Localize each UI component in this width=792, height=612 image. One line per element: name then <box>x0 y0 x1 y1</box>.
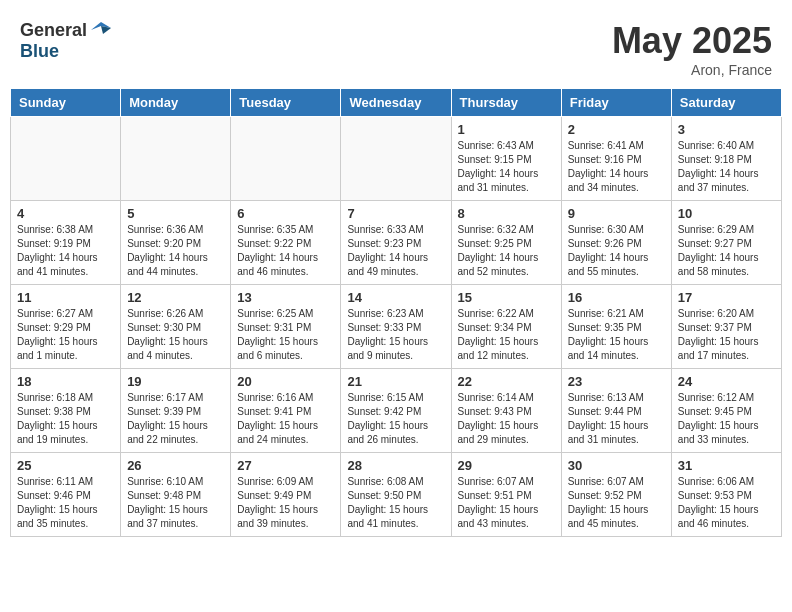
weekday-header-sunday: Sunday <box>11 89 121 117</box>
day-info: Sunrise: 6:38 AM Sunset: 9:19 PM Dayligh… <box>17 223 114 279</box>
calendar-cell: 8Sunrise: 6:32 AM Sunset: 9:25 PM Daylig… <box>451 201 561 285</box>
day-number: 11 <box>17 290 114 305</box>
day-number: 10 <box>678 206 775 221</box>
calendar-cell <box>121 117 231 201</box>
calendar-cell: 18Sunrise: 6:18 AM Sunset: 9:38 PM Dayli… <box>11 369 121 453</box>
calendar-cell: 17Sunrise: 6:20 AM Sunset: 9:37 PM Dayli… <box>671 285 781 369</box>
day-info: Sunrise: 6:25 AM Sunset: 9:31 PM Dayligh… <box>237 307 334 363</box>
weekday-header-friday: Friday <box>561 89 671 117</box>
day-number: 26 <box>127 458 224 473</box>
day-info: Sunrise: 6:13 AM Sunset: 9:44 PM Dayligh… <box>568 391 665 447</box>
day-number: 12 <box>127 290 224 305</box>
day-number: 20 <box>237 374 334 389</box>
calendar-cell: 31Sunrise: 6:06 AM Sunset: 9:53 PM Dayli… <box>671 453 781 537</box>
weekday-header-saturday: Saturday <box>671 89 781 117</box>
day-number: 19 <box>127 374 224 389</box>
weekday-header-thursday: Thursday <box>451 89 561 117</box>
logo-text: General Blue <box>20 20 111 62</box>
calendar-cell: 25Sunrise: 6:11 AM Sunset: 9:46 PM Dayli… <box>11 453 121 537</box>
day-number: 22 <box>458 374 555 389</box>
calendar-cell: 21Sunrise: 6:15 AM Sunset: 9:42 PM Dayli… <box>341 369 451 453</box>
day-info: Sunrise: 6:41 AM Sunset: 9:16 PM Dayligh… <box>568 139 665 195</box>
day-info: Sunrise: 6:22 AM Sunset: 9:34 PM Dayligh… <box>458 307 555 363</box>
day-info: Sunrise: 6:17 AM Sunset: 9:39 PM Dayligh… <box>127 391 224 447</box>
day-info: Sunrise: 6:27 AM Sunset: 9:29 PM Dayligh… <box>17 307 114 363</box>
day-number: 4 <box>17 206 114 221</box>
day-number: 1 <box>458 122 555 137</box>
day-number: 27 <box>237 458 334 473</box>
weekday-header-monday: Monday <box>121 89 231 117</box>
day-number: 24 <box>678 374 775 389</box>
calendar-cell: 16Sunrise: 6:21 AM Sunset: 9:35 PM Dayli… <box>561 285 671 369</box>
calendar-cell: 7Sunrise: 6:33 AM Sunset: 9:23 PM Daylig… <box>341 201 451 285</box>
day-info: Sunrise: 6:33 AM Sunset: 9:23 PM Dayligh… <box>347 223 444 279</box>
day-info: Sunrise: 6:36 AM Sunset: 9:20 PM Dayligh… <box>127 223 224 279</box>
day-number: 8 <box>458 206 555 221</box>
day-number: 25 <box>17 458 114 473</box>
calendar-cell: 26Sunrise: 6:10 AM Sunset: 9:48 PM Dayli… <box>121 453 231 537</box>
calendar-cell: 30Sunrise: 6:07 AM Sunset: 9:52 PM Dayli… <box>561 453 671 537</box>
day-info: Sunrise: 6:11 AM Sunset: 9:46 PM Dayligh… <box>17 475 114 531</box>
logo-general-text: General <box>20 20 87 41</box>
calendar-week-row-1: 1Sunrise: 6:43 AM Sunset: 9:15 PM Daylig… <box>11 117 782 201</box>
day-number: 31 <box>678 458 775 473</box>
logo: General Blue <box>20 20 111 62</box>
day-number: 29 <box>458 458 555 473</box>
day-number: 21 <box>347 374 444 389</box>
page-header: General Blue May 2025 Aron, France <box>10 10 782 83</box>
day-number: 14 <box>347 290 444 305</box>
calendar-cell: 27Sunrise: 6:09 AM Sunset: 9:49 PM Dayli… <box>231 453 341 537</box>
calendar-cell: 5Sunrise: 6:36 AM Sunset: 9:20 PM Daylig… <box>121 201 231 285</box>
title-section: May 2025 Aron, France <box>612 20 772 78</box>
calendar-week-row-3: 11Sunrise: 6:27 AM Sunset: 9:29 PM Dayli… <box>11 285 782 369</box>
weekday-header-tuesday: Tuesday <box>231 89 341 117</box>
calendar-cell: 23Sunrise: 6:13 AM Sunset: 9:44 PM Dayli… <box>561 369 671 453</box>
day-info: Sunrise: 6:15 AM Sunset: 9:42 PM Dayligh… <box>347 391 444 447</box>
calendar-cell: 29Sunrise: 6:07 AM Sunset: 9:51 PM Dayli… <box>451 453 561 537</box>
calendar-cell: 19Sunrise: 6:17 AM Sunset: 9:39 PM Dayli… <box>121 369 231 453</box>
day-info: Sunrise: 6:21 AM Sunset: 9:35 PM Dayligh… <box>568 307 665 363</box>
day-number: 3 <box>678 122 775 137</box>
day-info: Sunrise: 6:07 AM Sunset: 9:52 PM Dayligh… <box>568 475 665 531</box>
day-number: 9 <box>568 206 665 221</box>
day-number: 30 <box>568 458 665 473</box>
month-title: May 2025 <box>612 20 772 62</box>
day-info: Sunrise: 6:20 AM Sunset: 9:37 PM Dayligh… <box>678 307 775 363</box>
calendar-cell: 9Sunrise: 6:30 AM Sunset: 9:26 PM Daylig… <box>561 201 671 285</box>
calendar-cell: 20Sunrise: 6:16 AM Sunset: 9:41 PM Dayli… <box>231 369 341 453</box>
day-info: Sunrise: 6:30 AM Sunset: 9:26 PM Dayligh… <box>568 223 665 279</box>
calendar-week-row-5: 25Sunrise: 6:11 AM Sunset: 9:46 PM Dayli… <box>11 453 782 537</box>
day-number: 7 <box>347 206 444 221</box>
calendar-cell <box>341 117 451 201</box>
calendar-cell: 14Sunrise: 6:23 AM Sunset: 9:33 PM Dayli… <box>341 285 451 369</box>
day-info: Sunrise: 6:29 AM Sunset: 9:27 PM Dayligh… <box>678 223 775 279</box>
day-info: Sunrise: 6:09 AM Sunset: 9:49 PM Dayligh… <box>237 475 334 531</box>
location: Aron, France <box>612 62 772 78</box>
calendar-cell: 2Sunrise: 6:41 AM Sunset: 9:16 PM Daylig… <box>561 117 671 201</box>
day-info: Sunrise: 6:26 AM Sunset: 9:30 PM Dayligh… <box>127 307 224 363</box>
weekday-header-row: SundayMondayTuesdayWednesdayThursdayFrid… <box>11 89 782 117</box>
day-info: Sunrise: 6:08 AM Sunset: 9:50 PM Dayligh… <box>347 475 444 531</box>
day-number: 15 <box>458 290 555 305</box>
day-info: Sunrise: 6:12 AM Sunset: 9:45 PM Dayligh… <box>678 391 775 447</box>
calendar-cell: 12Sunrise: 6:26 AM Sunset: 9:30 PM Dayli… <box>121 285 231 369</box>
calendar-cell: 6Sunrise: 6:35 AM Sunset: 9:22 PM Daylig… <box>231 201 341 285</box>
day-info: Sunrise: 6:06 AM Sunset: 9:53 PM Dayligh… <box>678 475 775 531</box>
day-info: Sunrise: 6:10 AM Sunset: 9:48 PM Dayligh… <box>127 475 224 531</box>
calendar-cell: 11Sunrise: 6:27 AM Sunset: 9:29 PM Dayli… <box>11 285 121 369</box>
day-number: 17 <box>678 290 775 305</box>
calendar-cell: 4Sunrise: 6:38 AM Sunset: 9:19 PM Daylig… <box>11 201 121 285</box>
calendar-cell: 28Sunrise: 6:08 AM Sunset: 9:50 PM Dayli… <box>341 453 451 537</box>
day-number: 23 <box>568 374 665 389</box>
day-info: Sunrise: 6:07 AM Sunset: 9:51 PM Dayligh… <box>458 475 555 531</box>
calendar-cell: 10Sunrise: 6:29 AM Sunset: 9:27 PM Dayli… <box>671 201 781 285</box>
day-info: Sunrise: 6:18 AM Sunset: 9:38 PM Dayligh… <box>17 391 114 447</box>
day-info: Sunrise: 6:14 AM Sunset: 9:43 PM Dayligh… <box>458 391 555 447</box>
day-number: 13 <box>237 290 334 305</box>
calendar-cell <box>231 117 341 201</box>
day-number: 28 <box>347 458 444 473</box>
day-info: Sunrise: 6:40 AM Sunset: 9:18 PM Dayligh… <box>678 139 775 195</box>
calendar-cell: 3Sunrise: 6:40 AM Sunset: 9:18 PM Daylig… <box>671 117 781 201</box>
calendar-cell: 1Sunrise: 6:43 AM Sunset: 9:15 PM Daylig… <box>451 117 561 201</box>
day-number: 16 <box>568 290 665 305</box>
